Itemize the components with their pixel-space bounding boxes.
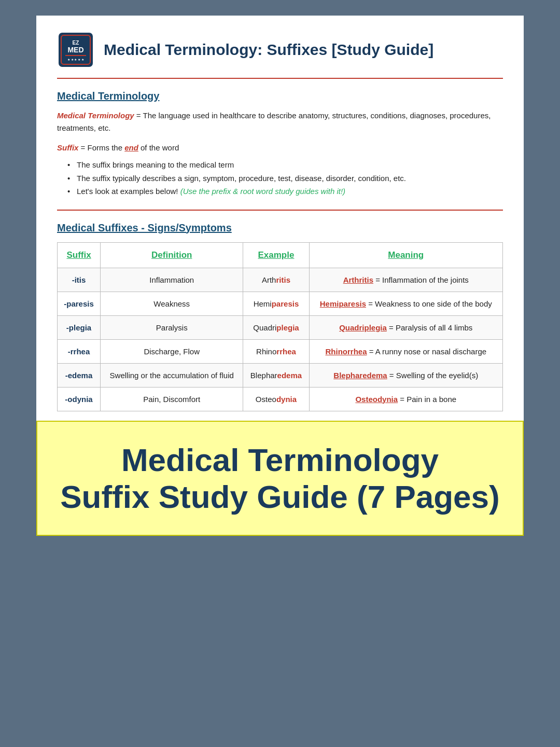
cell-definition: Pain, Discomfort	[101, 387, 243, 411]
bullet-item-1: The suffix brings meaning to the medical…	[67, 158, 503, 172]
example-suffix: dynia	[276, 395, 297, 404]
cell-definition: Discharge, Flow	[101, 339, 243, 363]
example-suffix: ritis	[276, 275, 290, 284]
cell-suffix: -plegia	[58, 315, 101, 339]
table-section-title: Medical Suffixes - Signs/Symptoms	[57, 222, 503, 234]
example-suffix: paresis	[272, 299, 299, 308]
svg-text:★ ★ ★ ★ ★: ★ ★ ★ ★ ★	[67, 58, 84, 61]
suffix-definition-line: Suffix = Forms the end of the word	[57, 142, 503, 154]
suffix-bullet-list: The suffix brings meaning to the medical…	[57, 158, 503, 198]
table-row: -itisInflammationArthritisArthritis = In…	[58, 268, 503, 292]
example-suffix: rrhea	[276, 347, 296, 356]
cell-definition: Swelling or the accumulation of fluid	[101, 363, 243, 387]
cell-meaning: Osteodynia = Pain in a bone	[309, 387, 502, 411]
yellow-banner: Medical Terminology Suffix Study Guide (…	[36, 421, 524, 536]
bullet-item-3: Let's look at examples below! (Use the p…	[67, 185, 503, 198]
example-suffix: edema	[277, 371, 302, 380]
table-row: -odyniaPain, DiscomfortOsteodyniaOsteody…	[58, 387, 503, 411]
intro-section-title: Medical Terminology	[57, 90, 503, 102]
col-header-definition: Definition	[101, 242, 243, 268]
meaning-link: Blepharedema	[333, 371, 387, 380]
meaning-link: Rhinorrhea	[325, 347, 367, 356]
meaning-link: Osteodynia	[355, 395, 398, 404]
suffix-end-word: end	[124, 143, 138, 152]
table-section: Medical Suffixes - Signs/Symptoms Suffix…	[57, 222, 503, 411]
cell-suffix: -odynia	[58, 387, 101, 411]
table-header-row: Suffix Definition Example Meaning	[58, 242, 503, 268]
cell-definition: Inflammation	[101, 268, 243, 292]
example-suffix: plegia	[276, 323, 299, 332]
section-divider	[57, 210, 503, 211]
cell-meaning: Quadriplegia = Paralysis of all 4 limbs	[309, 315, 502, 339]
table-row: -plegiaParalysisQuadriplegiaQuadriplegia…	[58, 315, 503, 339]
cell-example: Rhinorrhea	[243, 339, 309, 363]
cell-suffix: -edema	[58, 363, 101, 387]
cell-example: Osteodynia	[243, 387, 309, 411]
intro-paragraph: Medical Terminology = The language used …	[57, 109, 503, 134]
meaning-link: Arthritis	[343, 275, 373, 284]
col-header-suffix: Suffix	[58, 242, 101, 268]
bullet-italic: (Use the prefix & root word study guides…	[180, 187, 345, 196]
meaning-link: Quadriplegia	[339, 323, 387, 332]
table-row: -edemaSwelling or the accumulation of fl…	[58, 363, 503, 387]
cell-meaning: Hemiparesis = Weakness to one side of th…	[309, 292, 502, 315]
page-container: EZ MED ★ ★ ★ ★ ★ Medical Terminology: Su…	[36, 16, 524, 536]
svg-rect-4	[65, 55, 86, 56]
suffix-term-label: Suffix	[57, 143, 78, 152]
cell-meaning: Blepharedema = Swelling of the eyelid(s)	[309, 363, 502, 387]
cell-meaning: Rhinorrhea = A runny nose or nasal disch…	[309, 339, 502, 363]
cell-suffix: -itis	[58, 268, 101, 292]
table-row: -paresisWeaknessHemiparesisHemiparesis =…	[58, 292, 503, 315]
cell-meaning: Arthritis = Inflammation of the joints	[309, 268, 502, 292]
cell-suffix: -paresis	[58, 292, 101, 315]
suffix-table: Suffix Definition Example Meaning -itisI…	[57, 242, 503, 411]
cell-example: Hemiparesis	[243, 292, 309, 315]
intro-term: Medical Terminology	[57, 111, 134, 120]
meaning-link: Hemiparesis	[320, 299, 366, 308]
svg-text:MED: MED	[67, 46, 83, 54]
cell-example: Blepharedema	[243, 363, 309, 387]
col-header-example: Example	[243, 242, 309, 268]
cell-definition: Paralysis	[101, 315, 243, 339]
cell-example: Quadriplegia	[243, 315, 309, 339]
intro-section: Medical Terminology Medical Terminology …	[57, 90, 503, 198]
logo: EZ MED ★ ★ ★ ★ ★	[57, 31, 94, 68]
header: EZ MED ★ ★ ★ ★ ★ Medical Terminology: Su…	[57, 31, 503, 68]
banner-text: Medical Terminology Suffix Study Guide (…	[53, 441, 507, 516]
main-title: Medical Terminology: Suffixes [Study Gui…	[104, 41, 433, 59]
bullet-item-2: The suffix typically describes a sign, s…	[67, 172, 503, 185]
cell-suffix: -rrhea	[58, 339, 101, 363]
banner-line1: Medical Terminology	[53, 441, 507, 478]
col-header-meaning: Meaning	[309, 242, 502, 268]
table-row: -rrheaDischarge, FlowRhinorrheaRhinorrhe…	[58, 339, 503, 363]
banner-line2: Suffix Study Guide (7 Pages)	[53, 478, 507, 515]
cell-definition: Weakness	[101, 292, 243, 315]
cell-example: Arthritis	[243, 268, 309, 292]
header-divider	[57, 78, 503, 79]
svg-text:EZ: EZ	[73, 40, 79, 46]
